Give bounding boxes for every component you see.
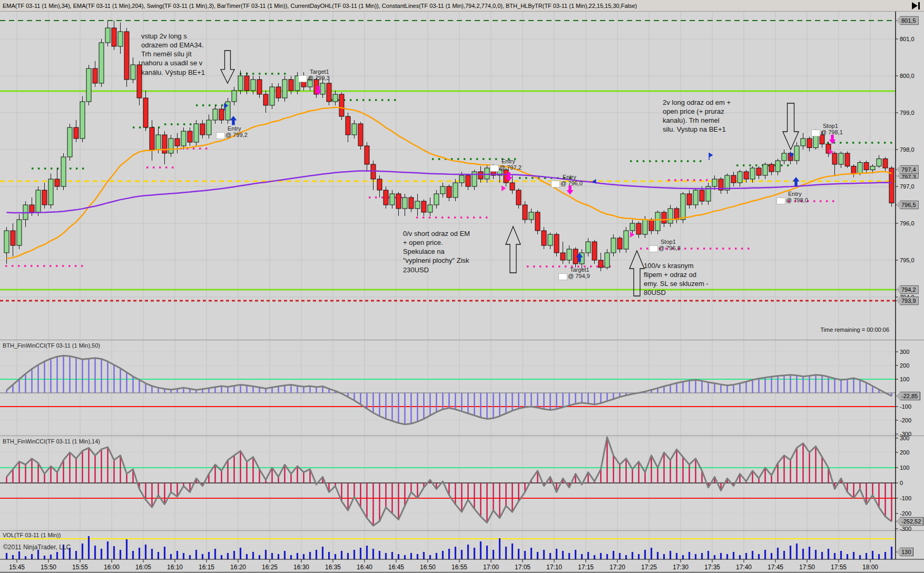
bar-timer-text: Time remaining = 00:00:06 (820, 327, 889, 333)
candle (466, 175, 470, 186)
indicator-list-text: EMA(TF 03-11 (1 Min),34), EMA(TF 03-11 (… (3, 3, 637, 9)
time-tick-label: 17:25 (641, 564, 657, 571)
axis-tick-label: -200 (900, 417, 911, 423)
annotation-long-ema34: vstup 2v long s odrazem od EMA34. Trh ne… (141, 32, 205, 77)
candle (346, 116, 350, 135)
candle (384, 190, 388, 205)
price-tag: 793,9 (896, 297, 919, 305)
candle (598, 260, 603, 268)
candle (421, 201, 426, 212)
time-tick-label: 16:15 (199, 564, 214, 571)
candle (339, 94, 344, 116)
candle (409, 197, 414, 209)
volume-panel (0, 536, 896, 559)
candle (687, 194, 692, 205)
candle (118, 32, 123, 46)
time-tick-label: 16:10 (167, 564, 183, 571)
candle (402, 197, 407, 209)
order-box-icon (298, 75, 307, 82)
play-forward-button[interactable] (912, 2, 920, 9)
time-tick-label: 16:35 (325, 564, 341, 571)
time-tick-label: 16:45 (388, 564, 404, 571)
candle (858, 163, 862, 174)
time-tick-label: 17:55 (831, 564, 847, 571)
trade-label-entry: Entry@ 798,0 (786, 191, 808, 203)
candle (883, 159, 888, 169)
candle (516, 190, 521, 205)
time-tick-label: 17:40 (736, 564, 752, 571)
copyright-text: ©2011 NinjaTrader, LLC (3, 544, 71, 551)
candle (194, 124, 199, 142)
candle (396, 194, 401, 209)
candle (162, 135, 167, 153)
time-tick-label: 16:00 (104, 564, 120, 571)
candle (561, 253, 565, 260)
candle (105, 28, 110, 43)
axis-tick-label: 801,0 (900, 36, 915, 42)
candle (169, 139, 173, 153)
candle (782, 153, 787, 161)
candle (523, 205, 527, 220)
price-tag: 796,5 (896, 201, 919, 210)
cci50-value-tag: -22,85 (896, 392, 920, 401)
annotation-100v-flip: 100/v s krasnym flipem + odraz od emy. S… (644, 261, 709, 298)
candle (554, 234, 559, 253)
candle (175, 139, 180, 146)
candle (156, 135, 161, 150)
candle (839, 153, 843, 164)
time-tick-label: 17:35 (704, 564, 720, 571)
candle (801, 139, 805, 146)
order-box-icon (216, 132, 225, 139)
candle (542, 231, 546, 245)
order-box-icon (811, 130, 820, 136)
candle (86, 68, 91, 102)
candle (289, 80, 293, 91)
candle (17, 220, 22, 245)
candle (257, 80, 262, 94)
candle (320, 83, 325, 94)
candle (535, 212, 540, 231)
time-tick-label: 16:30 (293, 564, 309, 571)
candle (775, 161, 780, 172)
candle (750, 168, 755, 179)
axis-tick-label: 200 (900, 362, 909, 369)
candle (263, 94, 268, 105)
order-box-icon (558, 273, 567, 280)
candle (769, 164, 774, 172)
candle (681, 194, 685, 220)
candle (232, 91, 237, 102)
candle (611, 238, 616, 253)
play-bar-icon (918, 2, 920, 9)
candle (181, 131, 186, 146)
time-tick-label: 16:20 (230, 564, 246, 571)
candle (150, 127, 154, 150)
axis-tick-label: 100 (900, 465, 909, 471)
axis-tick-label: 800,0 (900, 73, 915, 79)
candle (30, 205, 34, 212)
cci14-panel-label: BTH_FinWinCCI(TF 03-11 (1 Min),14) (3, 438, 100, 444)
candle (390, 194, 395, 205)
axis-tick-label: 799,0 (900, 110, 915, 116)
time-tick-label: 16:50 (420, 564, 436, 571)
axis-tick-label: 300 (900, 435, 909, 441)
candle (358, 124, 363, 146)
time-tick-label: 17:05 (515, 564, 530, 571)
time-tick-label: 17:15 (578, 564, 594, 571)
candle (371, 164, 376, 179)
candle (124, 32, 129, 80)
trade-markers (221, 51, 836, 296)
candle (270, 87, 274, 105)
candle (415, 201, 420, 209)
candle (440, 186, 445, 194)
blue-up-arrow-marker (230, 116, 237, 125)
volume-panel-label: VOL(TF 03-11 (1 Min)) (3, 532, 61, 538)
price-tag: 794,2 (896, 285, 919, 294)
candle (365, 146, 369, 164)
time-tick-label: 16:40 (357, 564, 372, 571)
candle (333, 94, 338, 102)
chart-canvas[interactable]: 801,0800,0799,0798,0797,0796,0795,0794,0… (0, 12, 924, 573)
candle (605, 253, 610, 268)
candle (93, 68, 97, 83)
candle (662, 212, 666, 223)
price-tag: 797,4 (896, 165, 919, 174)
